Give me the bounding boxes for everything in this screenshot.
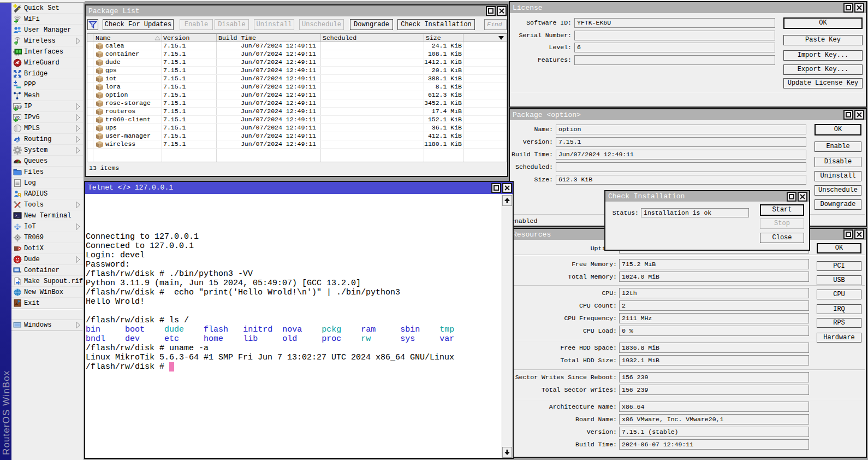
svg-text:>_: >_: [15, 214, 20, 218]
